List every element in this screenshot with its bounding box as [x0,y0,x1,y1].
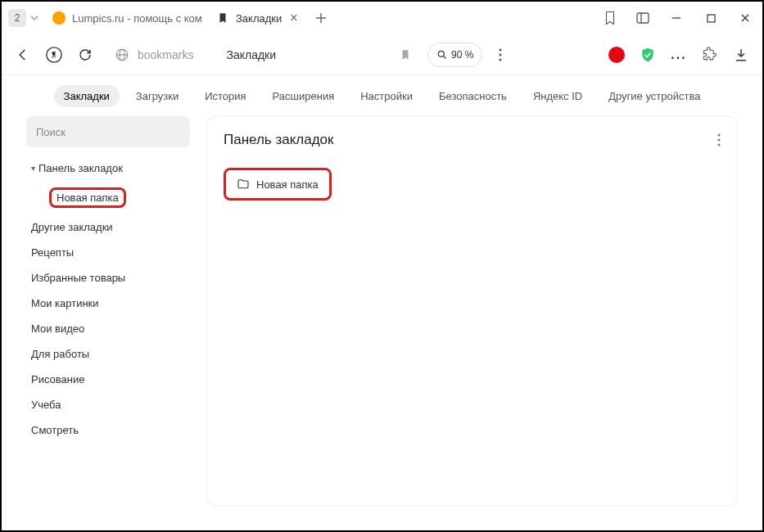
nav-tab-history[interactable]: История [195,85,255,107]
tab-title: Lumpics.ru - помощь с ком [72,12,202,25]
tab-title: Закладки [236,12,282,25]
nav-tab-bookmarks[interactable]: Закладки [54,85,120,107]
reload-button[interactable] [72,42,98,68]
new-folder-label: Новая папка [57,192,119,204]
nav-tab-security[interactable]: Безопасность [429,85,517,107]
sidebar-toggle-icon[interactable] [626,6,659,30]
svg-point-14 [718,139,721,142]
bookmark-icon[interactable] [400,48,411,61]
tab-group-count[interactable]: 2 [8,9,26,27]
tree-watch[interactable]: Смотреть [26,417,190,443]
content-area: Поиск ▾ Панель закладок Новая папка Друг… [2,116,762,522]
annotation-highlight: Новая папка [224,168,332,201]
bookmark-folder-item[interactable]: Новая папка [228,173,327,196]
browser-tab-bookmarks[interactable]: Закладки × [208,6,306,30]
globe-icon [115,47,129,62]
window-maximize[interactable] [694,6,728,30]
site-menu-button[interactable] [487,42,513,68]
tree-other-bookmarks[interactable]: Другие закладки [26,214,190,240]
nav-tab-extensions[interactable]: Расширения [263,85,345,107]
tree-study[interactable]: Учеба [26,392,190,417]
browser-tab-lumpics[interactable]: Lumpics.ru - помощь с ком [44,6,208,30]
zoom-indicator[interactable]: 90 % [427,43,482,67]
toolbar: bookmarks Закладки 90 % ... [2,34,762,75]
protect-icon[interactable] [635,42,661,68]
yandex-home-button[interactable] [41,42,67,68]
back-button[interactable] [10,42,36,68]
address-title: Закладки [226,48,276,61]
panel-title: Панель закладок [224,132,334,148]
chevron-down-icon[interactable] [29,13,39,23]
svg-point-8 [438,51,444,56]
panel-menu-button[interactable] [717,133,721,147]
svg-point-15 [718,144,721,147]
svg-point-10 [500,48,502,51]
nav-tab-settings[interactable]: Настройки [350,85,423,107]
bookmark-all-icon[interactable] [594,6,626,30]
bookmarks-sidebar: Поиск ▾ Панель закладок Новая папка Друг… [26,116,190,506]
nav-tab-other-devices[interactable]: Другие устройства [599,85,710,107]
svg-rect-3 [707,15,715,22]
annotation-highlight: Новая папка [49,187,126,208]
tree-for-work[interactable]: Для работы [26,341,190,367]
tree-my-videos[interactable]: Мои видео [26,316,190,341]
overflow-menu[interactable]: ... [666,42,692,68]
svg-point-13 [718,134,721,137]
address-host: bookmarks [138,48,193,61]
chevron-down-icon: ▾ [31,164,35,173]
folder-icon [237,178,250,191]
tree-drawing[interactable]: Рисование [26,367,190,392]
titlebar: 2 Lumpics.ru - помощь с ком Закладки × [2,2,762,34]
settings-nav: Закладки Загрузки История Расширения Нас… [2,75,762,116]
window-minimize[interactable] [659,6,694,30]
bookmark-favicon [216,11,229,25]
extensions-icon[interactable] [697,42,723,68]
zoom-value: 90 % [451,49,473,61]
downloads-icon[interactable] [728,42,754,68]
tree-recipes[interactable]: Рецепты [26,240,190,265]
svg-point-12 [500,58,502,61]
nav-tab-downloads[interactable]: Загрузки [126,85,188,107]
tree-new-folder[interactable]: Новая папка [26,181,190,214]
window-close[interactable] [728,6,762,30]
folder-label: Новая папка [256,178,319,191]
tree-bookmarks-bar[interactable]: ▾ Панель закладок [26,156,190,181]
new-tab-button[interactable] [311,8,331,28]
tree-my-pictures[interactable]: Мои картинки [26,291,190,316]
svg-line-9 [444,56,446,58]
adblock-icon[interactable] [604,42,630,68]
svg-point-11 [500,53,502,56]
nav-tab-yandex-id[interactable]: Яндекс ID [523,85,592,107]
search-input[interactable]: Поиск [26,116,190,147]
tree-favorites-goods[interactable]: Избранные товары [26,265,190,291]
lumpics-favicon [52,11,66,25]
tree-header-label: Панель закладок [38,162,123,174]
address-bar[interactable]: bookmarks Закладки [103,40,423,70]
close-icon[interactable]: × [290,11,297,25]
magnifier-icon [436,49,448,61]
bookmarks-main-panel: Панель закладок Новая папка [206,116,738,506]
svg-rect-0 [637,13,649,23]
